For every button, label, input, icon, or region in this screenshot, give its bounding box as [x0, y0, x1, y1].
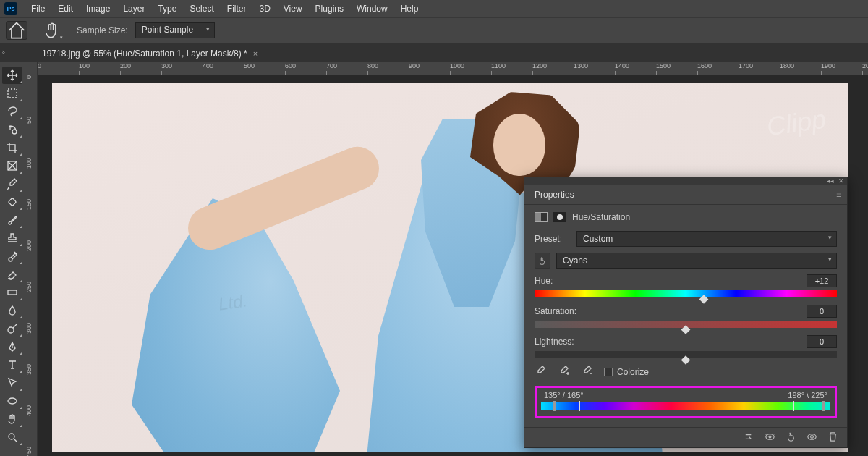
document-tab[interactable]: 19718.jpg @ 55% (Hue/Saturation 1, Layer… — [35, 44, 265, 62]
saturation-slider[interactable] — [535, 321, 837, 328]
quick-select-tool[interactable] — [2, 121, 22, 138]
zoom-tool[interactable] — [2, 428, 22, 446]
horizontal-ruler[interactable]: 0100200300400500600700800900100011001200… — [38, 62, 868, 75]
ruler-tick: 700 — [326, 62, 337, 69]
ruler-tick: 900 — [409, 62, 420, 69]
ruler-origin[interactable] — [25, 62, 38, 75]
close-icon[interactable]: ✕ — [838, 177, 844, 185]
collapse-handle[interactable] — [0, 43, 7, 61]
current-tool-icon[interactable] — [43, 21, 61, 40]
preset-select[interactable]: Custom — [576, 231, 837, 247]
ruler-tick: 1300 — [574, 62, 588, 69]
crop-tool[interactable] — [2, 139, 22, 156]
svg-point-10 — [808, 434, 816, 439]
saturation-value-input[interactable]: 0 — [807, 305, 837, 318]
view-previous-button[interactable] — [765, 431, 775, 444]
colorize-checkbox[interactable]: Colorize — [604, 367, 649, 377]
svg-point-11 — [811, 435, 814, 438]
panel-menu-icon[interactable]: ≡ — [836, 190, 847, 200]
panel-footer — [524, 427, 847, 447]
adjustment-title: Hue/Saturation — [572, 212, 630, 222]
hue-slider[interactable] — [535, 290, 837, 297]
menu-edit[interactable]: Edit — [51, 1, 80, 17]
lasso-tool[interactable] — [2, 103, 22, 120]
move-tool[interactable] — [2, 67, 22, 84]
ruler-tick: 1000 — [450, 62, 464, 69]
svg-point-8 — [766, 434, 774, 439]
menu-filter[interactable]: Filter — [221, 1, 253, 17]
eyedropper-subtract[interactable] — [581, 366, 594, 379]
ruler-tick: 250 — [25, 282, 33, 292]
menu-type[interactable]: Type — [151, 1, 183, 17]
ruler-tick: 1600 — [697, 62, 712, 69]
ruler-tick: 200 — [120, 62, 131, 69]
clip-to-layer-button[interactable] — [744, 431, 754, 444]
path-select-tool[interactable] — [2, 374, 22, 392]
shape-tool[interactable] — [2, 392, 22, 410]
options-bar: Sample Size: Point Sample — [0, 17, 868, 43]
history-brush-tool[interactable] — [2, 248, 22, 265]
healing-tool[interactable] — [2, 193, 22, 211]
menu-select[interactable]: Select — [183, 1, 220, 17]
menu-layer[interactable]: Layer — [116, 1, 151, 17]
ruler-tick: 600 — [285, 62, 296, 69]
eyedropper-add[interactable] — [558, 366, 571, 379]
menu-file[interactable]: File — [25, 1, 51, 17]
collapse-icon[interactable]: ◂◂ — [827, 177, 834, 185]
hue-label: Hue: — [535, 276, 553, 286]
menu-3d[interactable]: 3D — [252, 1, 276, 17]
ruler-tick: 1200 — [532, 62, 547, 69]
document-tab-title: 19718.jpg @ 55% (Hue/Saturation 1, Layer… — [42, 48, 247, 59]
eyedropper-tool[interactable] — [2, 175, 22, 193]
menu-help[interactable]: Help — [394, 1, 425, 17]
workspace: 0100200300400500600700800900100011001200… — [25, 62, 868, 456]
document-tab-row: 19718.jpg @ 55% (Hue/Saturation 1, Layer… — [0, 43, 868, 62]
menu-plugins[interactable]: Plugins — [309, 1, 350, 17]
brush-tool[interactable] — [2, 211, 22, 229]
ruler-tick: 300 — [25, 323, 33, 334]
blur-tool[interactable] — [2, 302, 22, 319]
vertical-ruler[interactable]: 050100150200250300350400450 — [25, 75, 38, 456]
color-range-slider[interactable] — [541, 402, 830, 410]
sample-size-select[interactable]: Point Sample — [135, 22, 215, 38]
eraser-tool[interactable] — [2, 266, 22, 283]
menu-view[interactable]: View — [277, 1, 309, 17]
app-logo: Ps — [4, 2, 17, 15]
preset-label: Preset: — [535, 234, 571, 244]
range-right-values: 198° \ 225° — [788, 391, 827, 400]
svg-rect-0 — [8, 89, 17, 98]
menu-image[interactable]: Image — [80, 1, 116, 17]
menu-window[interactable]: Window — [350, 1, 394, 17]
eyedropper-set[interactable] — [535, 366, 548, 379]
svg-point-5 — [8, 327, 14, 333]
frame-tool[interactable] — [2, 157, 22, 174]
pen-tool[interactable] — [2, 338, 22, 355]
lightness-value-input[interactable]: 0 — [807, 335, 837, 348]
lightness-slider[interactable] — [535, 351, 837, 358]
home-button[interactable] — [6, 21, 27, 40]
range-left-values: 135° / 165° — [544, 391, 584, 400]
svg-point-7 — [9, 434, 14, 439]
targeted-adjust-button[interactable] — [535, 253, 550, 269]
type-tool[interactable] — [2, 356, 22, 373]
gradient-tool[interactable] — [2, 284, 22, 301]
hand-tool[interactable] — [2, 410, 22, 428]
channel-select[interactable]: Cyans — [556, 253, 837, 269]
ruler-tick: 2000 — [862, 62, 868, 69]
sample-size-label: Sample Size: — [77, 25, 128, 35]
hue-value-input[interactable]: +12 — [807, 274, 837, 287]
tools-panel — [0, 62, 25, 456]
dodge-tool[interactable] — [2, 320, 22, 337]
marquee-tool[interactable] — [2, 85, 22, 102]
stamp-tool[interactable] — [2, 229, 22, 247]
ruler-tick: 300 — [161, 62, 172, 69]
tab-properties[interactable]: Properties — [527, 185, 582, 204]
ruler-tick: 150 — [25, 199, 33, 210]
ruler-tick: 350 — [25, 364, 33, 375]
reset-button[interactable] — [786, 431, 796, 444]
close-icon[interactable]: × — [253, 49, 258, 58]
panel-drag-bar[interactable]: ◂◂ ✕ — [524, 177, 847, 185]
ruler-tick: 0 — [25, 75, 33, 79]
toggle-visibility-button[interactable] — [807, 431, 817, 444]
delete-button[interactable] — [827, 431, 838, 444]
